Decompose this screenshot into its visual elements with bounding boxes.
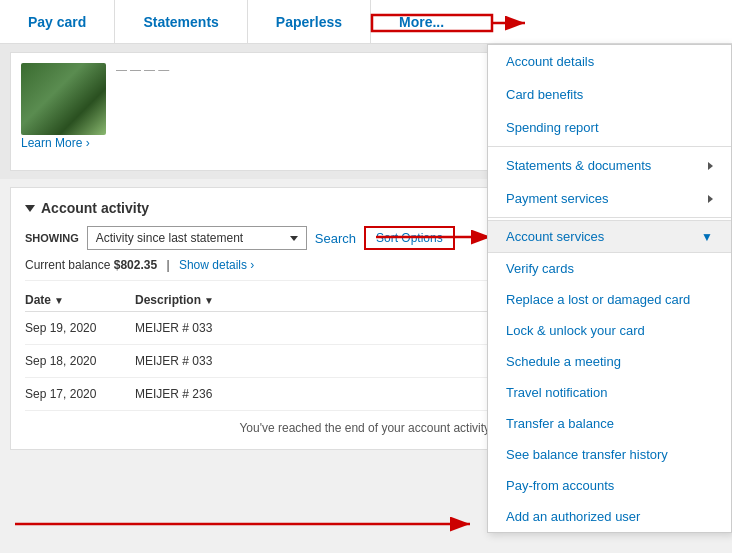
offer-card: — — — — Learn More › — [10, 52, 559, 171]
activity-select[interactable]: Activity since last statement — [87, 226, 307, 250]
learn-more-link[interactable]: Learn More › — [21, 136, 90, 150]
balance-amount: $802.35 — [114, 258, 157, 272]
statements-arrow-icon — [708, 162, 713, 170]
date-sort-icon: ▼ — [54, 295, 64, 306]
desc-sort-icon: ▼ — [204, 295, 214, 306]
dropdown-item-travel-notification[interactable]: Travel notification — [488, 377, 731, 408]
dropdown-item-transfer-balance[interactable]: Transfer a balance — [488, 408, 731, 439]
row-date-2: Sep 18, 2020 — [25, 354, 135, 368]
dropdown-item-card-benefits[interactable]: Card benefits — [488, 78, 731, 111]
dropdown-divider-2 — [488, 217, 731, 218]
dropdown-menu: Account details Card benefits Spending r… — [487, 44, 732, 533]
activity-title: Account activity — [41, 200, 149, 216]
dropdown-item-spending-report[interactable]: Spending report — [488, 111, 731, 144]
balance-label: Current balance — [25, 258, 110, 272]
dropdown-divider-1 — [488, 146, 731, 147]
sort-options-button[interactable]: Sort Options — [364, 226, 455, 250]
dropdown-item-pay-from-accounts[interactable]: Pay-from accounts — [488, 470, 731, 501]
row-date-1: Sep 19, 2020 — [25, 321, 135, 335]
dropdown-item-payment-services[interactable]: Payment services — [488, 182, 731, 215]
nav-statements[interactable]: Statements — [115, 0, 247, 44]
dropdown-item-schedule-meeting[interactable]: Schedule a meeting — [488, 346, 731, 377]
dropdown-item-account-details[interactable]: Account details — [488, 45, 731, 78]
activity-select-value: Activity since last statement — [96, 231, 243, 245]
dropdown-item-add-authorized-user[interactable]: Add an authorized user — [488, 501, 731, 532]
arrow-to-authorized-user — [10, 507, 480, 541]
account-services-chevron-icon: ▼ — [701, 230, 713, 244]
nav-pay-card[interactable]: Pay card — [0, 0, 115, 44]
food-image — [21, 63, 106, 135]
search-button[interactable]: Search — [315, 231, 356, 246]
payment-arrow-icon — [708, 195, 713, 203]
nav-more[interactable]: More... — [371, 0, 472, 44]
dropdown-item-verify-cards[interactable]: Verify cards — [488, 253, 731, 284]
account-services-header[interactable]: Account services ▼ — [488, 220, 731, 253]
select-chevron-icon — [290, 236, 298, 241]
row-date-3: Sep 17, 2020 — [25, 387, 135, 401]
account-services-label: Account services — [506, 229, 604, 244]
col-date: Date ▼ — [25, 293, 135, 307]
offer-description: — — — — — [116, 63, 548, 75]
statements-label: Statements & documents — [506, 158, 651, 173]
showing-label: SHOWING — [25, 232, 79, 244]
show-details-link[interactable]: Show details › — [179, 258, 254, 272]
dropdown-item-lock-card[interactable]: Lock & unlock your card — [488, 315, 731, 346]
dropdown-item-replace-card[interactable]: Replace a lost or damaged card — [488, 284, 731, 315]
dropdown-item-statements[interactable]: Statements & documents — [488, 149, 731, 182]
nav-paperless[interactable]: Paperless — [248, 0, 371, 44]
dropdown-item-balance-transfer-history[interactable]: See balance transfer history — [488, 439, 731, 470]
triangle-down-icon — [25, 205, 35, 212]
payment-services-label: Payment services — [506, 191, 609, 206]
